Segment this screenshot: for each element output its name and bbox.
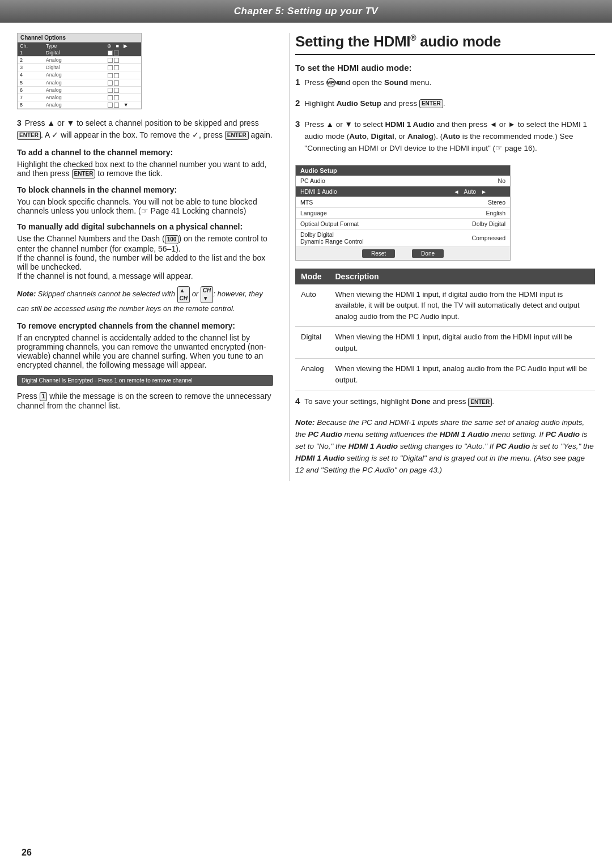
para-block: You can block specific channels. You wil… xyxy=(17,197,273,215)
enter-btn-step4: ENTER xyxy=(468,398,492,407)
table-row: 2 Analog xyxy=(18,57,141,64)
para-add: Highlight the checked box next to the ch… xyxy=(17,160,273,178)
table-row: 5 Analog xyxy=(18,79,141,86)
table-row: 7 Analog xyxy=(18,93,141,101)
audio-row-pc: PC Audio No xyxy=(296,176,510,186)
table-row: 8 Analog ▼ xyxy=(18,101,141,108)
audio-setup-buttons: Reset Done xyxy=(296,247,510,260)
table-row: 6 Analog xyxy=(18,86,141,93)
step3-right-text: Press ▲ or ▼ to select HDMI 1 Audio and … xyxy=(304,119,595,155)
step3-block: 3 Press ▲ or ▼ to select a channel posit… xyxy=(17,117,273,141)
right-column: Setting the HDMI® audio mode To set the … xyxy=(289,33,595,481)
audio-setup-title: Audio Setup xyxy=(296,165,510,176)
left-column: Channel Options Ch. Type ⊕ ■ ▶ 1 Digital xyxy=(17,33,289,481)
para-manual1: Use the Channel Numbers and the Dash (10… xyxy=(17,234,273,253)
chapter-header: Chapter 5: Setting up your TV xyxy=(0,0,612,23)
heading-manual: To manually add digital subchannels on a… xyxy=(17,222,273,231)
ch-up-icon: ▲CH xyxy=(177,286,190,303)
enter-btn-add: ENTER xyxy=(72,169,96,178)
mode-row-auto: Auto When viewing the HDMI 1 input, if d… xyxy=(295,284,595,327)
menu-btn-icon: MENU xyxy=(326,78,335,87)
subsection-heading: To set the HDMI audio mode: xyxy=(295,63,595,73)
step1-row: 1 Press MENU and open the Sound menu. xyxy=(295,77,595,93)
desc-col-header: Description xyxy=(329,269,595,284)
para-remove2: Press 1 while the message is on the scre… xyxy=(17,392,273,410)
ch-down-icon: CH▼ xyxy=(201,286,213,303)
channel-options-screenshot: Channel Options Ch. Type ⊕ ■ ▶ 1 Digital xyxy=(17,33,142,109)
done-button[interactable]: Done xyxy=(412,249,444,258)
encrypted-message-bar: Digital Channel Is Encrypted - Press 1 o… xyxy=(17,375,273,386)
step2-row: 2 Highlight Audio Setup and press ENTER. xyxy=(295,98,595,114)
right-note: Note: Because the PC and HDMI-1 inputs s… xyxy=(295,417,595,476)
audio-row-dolby: Dolby DigitalDynamic Range Control Compr… xyxy=(296,229,510,246)
step3-text: 3 Press ▲ or ▼ to select a channel posit… xyxy=(17,117,273,141)
page-number: 26 xyxy=(22,848,32,858)
table-row: 3 Digital xyxy=(18,64,141,71)
step1-text: Press MENU and open the Sound menu. xyxy=(304,77,431,89)
audio-row-mts: MTS Stereo xyxy=(296,197,510,207)
step4-row: 4 To save your settings, highlight Done … xyxy=(295,396,595,412)
step3-right-row: 3 Press ▲ or ▼ to select HDMI 1 Audio an… xyxy=(295,119,595,159)
col-icons: ⊕ ■ xyxy=(86,42,121,49)
col-scroll: ▶ xyxy=(121,42,141,49)
col-ch: Ch. xyxy=(18,42,44,49)
para-remove1: If an encrypted channel is accidentally … xyxy=(17,333,273,369)
heading-block: To block channels in the channel memory: xyxy=(17,185,273,194)
para-manual3: If the channel is not found, a message w… xyxy=(17,271,273,280)
step2-text: Highlight Audio Setup and press ENTER. xyxy=(304,98,445,110)
reset-button[interactable]: Reset xyxy=(362,249,395,258)
mode-row-digital: Digital When viewing the HDMI 1 input, d… xyxy=(295,327,595,359)
dash-btn: 100 xyxy=(165,235,179,244)
enter-button-icon2: ENTER xyxy=(225,131,249,140)
channel-options-title: Channel Options xyxy=(18,33,141,42)
audio-row-hdmi: HDMI 1 Audio ◄ Auto ► xyxy=(296,186,510,197)
btn-1: 1 xyxy=(40,392,48,401)
heading-add: To add a channel to the channel memory: xyxy=(17,148,273,157)
mode-row-analog: Analog When viewing the HDMI 1 input, an… xyxy=(295,359,595,390)
table-row: 4 Analog xyxy=(18,71,141,79)
mode-col-header: Mode xyxy=(295,269,329,284)
para-manual2: If the channel is found, the number will… xyxy=(17,253,273,271)
audio-row-lang: Language English xyxy=(296,207,510,218)
table-row: 1 Digital xyxy=(18,49,141,57)
enter-button-icon: ENTER xyxy=(17,131,41,140)
audio-setup-screenshot: Audio Setup PC Audio No HDMI 1 Audio ◄ A… xyxy=(295,165,511,261)
chapter-title: Chapter 5: Setting up your TV xyxy=(234,6,378,16)
step4-text: To save your settings, highlight Done an… xyxy=(304,396,494,408)
enter-btn-step2: ENTER xyxy=(419,99,443,108)
audio-row-optical: Optical Output Format Dolby Digital xyxy=(296,218,510,229)
mode-description-table: Mode Description Auto When viewing the H… xyxy=(295,269,595,391)
col-type: Type xyxy=(44,42,86,49)
section-title: Setting the HDMI® audio mode xyxy=(295,33,595,55)
heading-remove: To remove encrypted channels from the ch… xyxy=(17,321,273,330)
note-skipped: Note: Skipped channels cannot be selecte… xyxy=(17,286,273,314)
